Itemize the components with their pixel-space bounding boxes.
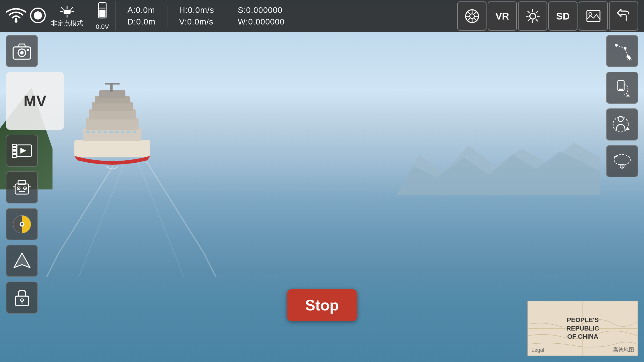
app: 非定点模式 0.0V A:0.0m D:0.0m H:0.0m/s V:0.0m… bbox=[0, 0, 644, 362]
camera-mode-button[interactable] bbox=[457, 1, 487, 31]
autopilot-button[interactable] bbox=[6, 171, 38, 203]
battery-section: 0.0V bbox=[89, 1, 116, 31]
svg-line-51 bbox=[536, 11, 538, 13]
wifi-icon bbox=[6, 7, 26, 24]
satellite-section: 非定点模式 bbox=[51, 4, 89, 28]
svg-rect-5 bbox=[89, 109, 136, 120]
svg-rect-15 bbox=[109, 131, 113, 133]
svg-line-50 bbox=[536, 19, 538, 21]
orbit-route-button[interactable] bbox=[606, 145, 638, 177]
svg-point-82 bbox=[21, 300, 22, 301]
stat-d: D:0.0m bbox=[127, 17, 155, 27]
gallery-button[interactable] bbox=[579, 1, 608, 31]
svg-line-40 bbox=[467, 11, 470, 14]
svg-rect-58 bbox=[27, 49, 29, 51]
map-legal-label: Legal bbox=[531, 347, 544, 353]
svg-marker-78 bbox=[14, 253, 30, 268]
svg-rect-12 bbox=[92, 131, 95, 133]
svg-rect-2 bbox=[74, 140, 150, 157]
svg-rect-61 bbox=[13, 149, 16, 152]
header-bar: 非定点模式 0.0V A:0.0m D:0.0m H:0.0m/s V:0.0m… bbox=[0, 0, 644, 32]
svg-rect-10 bbox=[105, 83, 120, 85]
stat-ad: A:0.0m D:0.0m bbox=[116, 6, 167, 27]
stat-s: S:0.000000 bbox=[238, 6, 285, 15]
left-sidebar: MV bbox=[6, 35, 64, 314]
svg-point-70 bbox=[18, 188, 19, 189]
record-icon bbox=[29, 7, 47, 24]
aperture-icon bbox=[464, 8, 480, 24]
camera-icon bbox=[12, 42, 32, 61]
waypoint-icon bbox=[612, 41, 632, 61]
svg-line-29 bbox=[71, 7, 73, 10]
svg-line-43 bbox=[467, 18, 470, 21]
svg-rect-17 bbox=[121, 131, 125, 133]
svg-rect-13 bbox=[98, 131, 101, 133]
stat-hv: H:0.0m/s V:0.0m/s bbox=[167, 6, 226, 27]
svg-line-28 bbox=[61, 7, 64, 10]
follow-person-button[interactable] bbox=[606, 108, 638, 140]
svg-marker-64 bbox=[20, 148, 26, 154]
svg-point-54 bbox=[589, 13, 592, 15]
svg-point-35 bbox=[470, 14, 474, 18]
svg-rect-18 bbox=[127, 131, 130, 133]
mv-label: MV bbox=[24, 92, 46, 110]
svg-point-20 bbox=[15, 20, 18, 23]
distant-mountains bbox=[396, 131, 600, 195]
svg-point-77 bbox=[21, 223, 23, 225]
back-button[interactable] bbox=[609, 1, 638, 31]
battery-icon bbox=[95, 1, 110, 22]
mv-button[interactable]: MV bbox=[6, 72, 64, 130]
camera-button[interactable] bbox=[6, 35, 38, 67]
svg-rect-32 bbox=[99, 10, 106, 17]
stop-button[interactable]: Stop bbox=[287, 289, 357, 321]
svg-line-42 bbox=[474, 11, 477, 14]
stat-v: V:0.0m/s bbox=[179, 17, 214, 27]
svg-marker-92 bbox=[626, 126, 630, 130]
right-sidebar bbox=[606, 35, 638, 177]
return-icon bbox=[616, 8, 632, 24]
svg-rect-79 bbox=[15, 296, 29, 306]
record-icon-container bbox=[29, 7, 51, 25]
svg-line-49 bbox=[528, 11, 530, 13]
map-brand-label: 高德地图 bbox=[613, 346, 634, 353]
svg-rect-11 bbox=[86, 131, 90, 133]
svg-marker-1 bbox=[396, 152, 600, 195]
stat-h: H:0.0m/s bbox=[179, 6, 214, 15]
nav-arrow-icon bbox=[13, 252, 32, 270]
svg-line-41 bbox=[474, 18, 477, 21]
svg-marker-89 bbox=[626, 94, 630, 96]
stat-a: A:0.0m bbox=[127, 6, 155, 15]
map-title: PEOPLE'S REPUBLIC OF CHINA bbox=[566, 316, 599, 341]
gallery-icon bbox=[585, 8, 601, 24]
navigation-button[interactable] bbox=[6, 245, 38, 277]
stop-label: Stop bbox=[305, 296, 339, 314]
wifi-icon-container bbox=[6, 7, 29, 25]
satellite-icon bbox=[58, 4, 76, 19]
exposure-dial-icon bbox=[11, 213, 33, 235]
lock-camera-button[interactable] bbox=[6, 282, 38, 314]
waypoint-button[interactable] bbox=[606, 35, 638, 67]
svg-rect-31 bbox=[101, 2, 104, 3]
svg-rect-88 bbox=[619, 89, 623, 90]
sd-button[interactable]: SD bbox=[548, 1, 578, 31]
sd-label: SD bbox=[556, 10, 570, 22]
video-record-button[interactable] bbox=[6, 135, 38, 167]
stat-sw: S:0.000000 W:0.000000 bbox=[226, 6, 296, 27]
svg-line-52 bbox=[528, 19, 530, 21]
brightness-button[interactable] bbox=[518, 1, 547, 31]
follow-person-icon bbox=[612, 114, 632, 135]
exposure-button[interactable] bbox=[6, 208, 38, 240]
svg-rect-33 bbox=[99, 8, 106, 9]
orbit-icon bbox=[612, 151, 632, 171]
follow-phone-icon bbox=[612, 78, 632, 98]
ship bbox=[57, 82, 168, 175]
video-icon bbox=[12, 141, 32, 160]
follow-phone-button[interactable] bbox=[606, 72, 638, 104]
svg-rect-62 bbox=[13, 153, 16, 155]
svg-point-44 bbox=[530, 13, 536, 19]
robot-icon bbox=[12, 178, 32, 197]
vr-button[interactable]: VR bbox=[488, 1, 517, 31]
svg-point-71 bbox=[24, 188, 26, 189]
svg-rect-14 bbox=[104, 131, 107, 133]
mini-map[interactable]: PEOPLE'S REPUBLIC OF CHINA Legal 高德地图 bbox=[527, 301, 638, 356]
